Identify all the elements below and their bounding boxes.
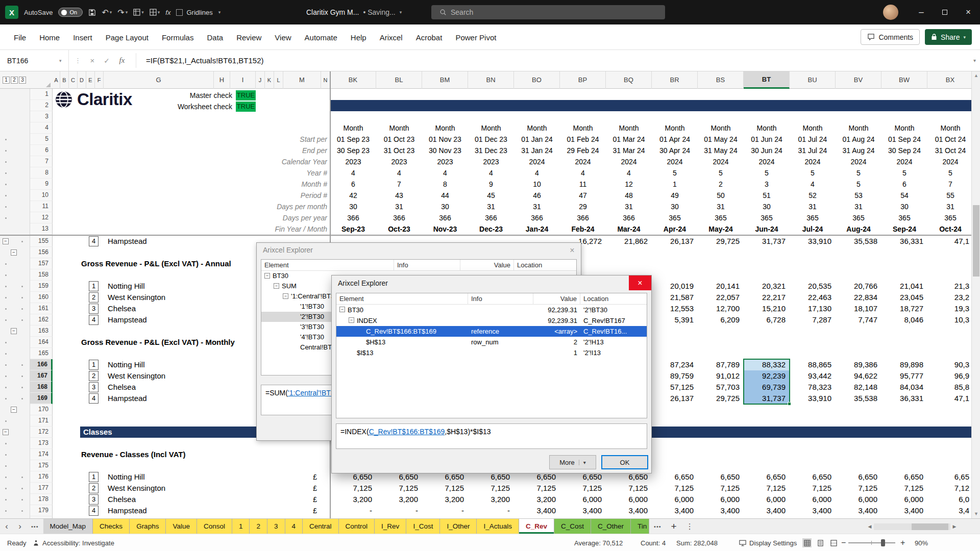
cell[interactable]: 4 <box>376 167 422 179</box>
cell[interactable]: 01 Feb 24 <box>560 134 606 145</box>
cell[interactable]: 6,650 <box>790 471 836 483</box>
formula-input[interactable]: =IF(BT$21,I_Actuals!BT61,BT152) <box>146 50 264 71</box>
cell[interactable]: 366 <box>376 212 422 223</box>
column-header-BQ[interactable]: BQ <box>606 71 652 89</box>
cell[interactable]: 55 <box>927 190 971 201</box>
cell[interactable]: 6,650 <box>652 471 698 483</box>
cell[interactable]: 5 <box>652 167 698 179</box>
close-button[interactable]: × <box>957 0 980 24</box>
cell[interactable]: 31 <box>790 201 836 212</box>
cell[interactable]: 366 <box>330 212 376 223</box>
menu-tab-page-layout[interactable]: Page Layout <box>99 24 155 50</box>
column-header-N[interactable]: N <box>321 71 330 89</box>
row-header-165[interactable]: 165 <box>30 348 53 359</box>
outline-collapse-button[interactable]: − <box>11 249 17 256</box>
cell[interactable]: 10,3 <box>927 314 971 325</box>
column-header-L[interactable]: L <box>274 71 283 89</box>
cell[interactable]: 3,200 <box>514 494 560 505</box>
column-header-BU[interactable]: BU <box>790 71 836 89</box>
row-header-12[interactable]: 12 <box>30 212 53 223</box>
redo-icon[interactable]: ↷▾ <box>117 8 128 17</box>
scrollbar-thumb[interactable] <box>912 523 948 530</box>
cell[interactable]: Jun-24 <box>744 223 790 235</box>
column-header-J[interactable]: J <box>256 71 265 89</box>
dialog-column-value[interactable]: Value <box>460 260 514 271</box>
cell[interactable]: - <box>422 505 468 516</box>
menu-tab-acrobat[interactable]: Acrobat <box>409 24 449 50</box>
cell[interactable]: 2023 <box>376 156 422 167</box>
menu-tab-formulas[interactable]: Formulas <box>155 24 201 50</box>
column-header-I[interactable]: I <box>230 71 256 89</box>
cell[interactable]: 6,000 <box>606 494 652 505</box>
sheet-tab-i_actuals[interactable]: I_Actuals <box>477 519 519 534</box>
cell[interactable]: 57,703 <box>698 382 744 393</box>
cell[interactable]: 57,125 <box>652 382 698 393</box>
cell[interactable]: 31 <box>514 201 560 212</box>
cell[interactable]: 7,125 <box>330 483 376 494</box>
sheet-tab-value[interactable]: Value <box>166 519 197 534</box>
dialog-column-element[interactable]: Element <box>261 260 394 271</box>
autosave-toggle[interactable]: On <box>58 8 83 17</box>
column-header-BO[interactable]: BO <box>514 71 560 89</box>
row-header-166[interactable]: 166 <box>30 359 53 370</box>
column-header-BS[interactable]: BS <box>698 71 744 89</box>
cell[interactable]: 7,125 <box>652 483 698 494</box>
cell[interactable]: 3,400 <box>560 505 606 516</box>
column-header-G[interactable]: G <box>104 71 214 89</box>
column-header-E[interactable]: E <box>86 71 95 89</box>
zoom-thumb[interactable] <box>881 539 885 546</box>
cell[interactable]: 6,650 <box>698 471 744 483</box>
outline-collapse-button[interactable]: − <box>11 407 17 413</box>
menu-tab-power-pivot[interactable]: Power Pivot <box>449 24 503 50</box>
cell[interactable]: 7,125 <box>376 483 422 494</box>
cell[interactable]: 89,898 <box>881 359 927 370</box>
row-header-179[interactable]: 179 <box>30 505 53 516</box>
row-header-157[interactable]: 157 <box>30 258 53 269</box>
cell[interactable]: 31 Jul 24 <box>790 145 836 156</box>
column-header-B[interactable]: B <box>60 71 69 89</box>
cell[interactable]: Month <box>652 122 698 134</box>
cell[interactable]: 23,2 <box>927 292 971 303</box>
column-header-BX[interactable]: BX <box>927 71 971 89</box>
cell[interactable]: 42 <box>330 190 376 201</box>
cell[interactable]: 17,130 <box>790 303 836 314</box>
row-header-155[interactable]: 155 <box>30 236 53 247</box>
row-header-8[interactable]: 8 <box>30 167 53 179</box>
scroll-up-icon[interactable]: ▲ <box>972 71 980 80</box>
cell[interactable]: 19,3 <box>927 303 971 314</box>
page-break-view-icon[interactable] <box>829 538 838 547</box>
row-header-156[interactable]: 156 <box>30 247 53 258</box>
scroll-right-icon[interactable]: ▶ <box>950 524 959 529</box>
cell[interactable]: 7,125 <box>836 483 881 494</box>
cell[interactable]: 3,400 <box>836 505 881 516</box>
outline-collapse-button[interactable]: − <box>3 238 9 244</box>
zoom-slider[interactable] <box>848 534 895 551</box>
menu-tab-view[interactable]: View <box>268 24 298 50</box>
cell[interactable]: 366 <box>514 212 560 223</box>
cell[interactable]: 6,000 <box>744 494 790 505</box>
avatar[interactable] <box>883 5 898 20</box>
cell[interactable]: 6,0 <box>927 494 971 505</box>
sheet-tab-control[interactable]: Control <box>339 519 375 534</box>
cell[interactable]: Month <box>606 122 652 134</box>
cell[interactable]: 52 <box>790 190 836 201</box>
accessibility-status[interactable]: Accessibility: Investigate <box>33 534 114 551</box>
cell[interactable]: 87,234 <box>652 359 698 370</box>
cell[interactable]: 3,400 <box>744 505 790 516</box>
sheet-tab-4[interactable]: 4 <box>285 519 303 534</box>
cell[interactable]: 01 Sep 24 <box>881 134 927 145</box>
cell[interactable]: Feb-24 <box>560 223 606 235</box>
cell[interactable]: 78,323 <box>790 382 836 393</box>
column-header-BR[interactable]: BR <box>652 71 698 89</box>
cell[interactable]: 01 Jul 24 <box>790 134 836 145</box>
cell[interactable]: 6 <box>881 179 927 190</box>
cell[interactable]: 22,463 <box>790 292 836 303</box>
cell[interactable]: Month <box>422 122 468 134</box>
search-box[interactable] <box>431 5 665 19</box>
cell[interactable]: 23,045 <box>881 292 927 303</box>
cell[interactable]: 365 <box>836 212 881 223</box>
cell[interactable]: 30 <box>422 201 468 212</box>
cell[interactable]: 3,400 <box>514 505 560 516</box>
cell[interactable]: Month <box>376 122 422 134</box>
collapse-icon[interactable]: − <box>274 283 279 289</box>
